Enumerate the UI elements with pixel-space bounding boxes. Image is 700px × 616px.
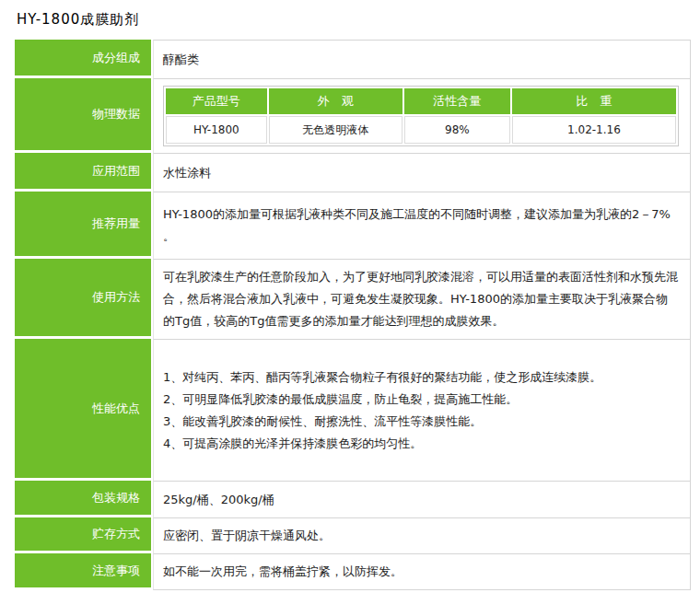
row-value-notes: 如不能一次用完，需将桶盖拧紧，以防挥发。 bbox=[153, 553, 691, 590]
row-value-usage: 可在乳胶漆生产的任意阶段加入，为了更好地同乳胶漆混溶，可以用适量的表面活性剂和水… bbox=[153, 259, 691, 339]
cell-product-model: HY-1800 bbox=[166, 116, 267, 144]
product-spec-page: HY-1800成膜助剂 成分组成 醇酯类 物理数据 产品型号 外 观 活性含量 … bbox=[0, 0, 700, 616]
row-notes: 注意事项 如不能一次用完，需将桶盖拧紧，以防挥发。 bbox=[15, 553, 691, 590]
physical-data-header-row: 产品型号 外 观 活性含量 比 重 bbox=[166, 88, 676, 114]
column-header-specific-gravity: 比 重 bbox=[512, 88, 676, 114]
advantage-item-2: 2、可明显降低乳胶漆的最低成膜温度，防止龟裂，提高施工性能。 bbox=[163, 389, 679, 411]
advantage-item-4: 4、可提高涂膜的光泽并保持漆膜色彩的均匀性。 bbox=[163, 433, 679, 455]
row-value-advantages: 1、对纯丙、苯丙、醋丙等乳液聚合物粒子有很好的聚结功能，使之形成连续漆膜。 2、… bbox=[153, 339, 691, 481]
cell-appearance: 无色透明液体 bbox=[269, 116, 402, 144]
row-label-storage: 贮存方式 bbox=[15, 517, 153, 553]
row-value-physical-data: 产品型号 外 观 活性含量 比 重 HY-1800 无色透明液体 98% 1.0… bbox=[153, 78, 691, 153]
usage-text: 可在乳胶漆生产的任意阶段加入，为了更好地同乳胶漆混溶，可以用适量的表面活性剂和水… bbox=[163, 266, 679, 332]
row-label-composition: 成分组成 bbox=[15, 40, 153, 78]
row-label-notes: 注意事项 bbox=[15, 553, 153, 590]
row-label-packaging: 包装规格 bbox=[15, 481, 153, 517]
row-dosage: 推荐用量 HY-1800的添加量可根据乳液种类不同及施工温度的不同随时调整，建议… bbox=[15, 192, 691, 259]
advantage-item-3: 3、能改善乳胶漆的耐候性、耐擦洗性、流平性等漆膜性能。 bbox=[163, 411, 679, 433]
row-storage: 贮存方式 应密闭、置于阴凉干燥通风处。 bbox=[15, 517, 691, 553]
row-value-packaging: 25kg/桶、200kg/桶 bbox=[153, 481, 691, 517]
cell-active-content: 98% bbox=[404, 116, 510, 144]
row-application: 应用范围 水性涂料 bbox=[15, 153, 691, 192]
row-value-dosage: HY-1800的添加量可根据乳液种类不同及施工温度的不同随时调整，建议添加量为乳… bbox=[153, 192, 691, 259]
row-composition: 成分组成 醇酯类 bbox=[15, 40, 691, 78]
row-packaging: 包装规格 25kg/桶、200kg/桶 bbox=[15, 481, 691, 517]
cell-specific-gravity: 1.02-1.16 bbox=[512, 116, 676, 144]
physical-data-value-row: HY-1800 无色透明液体 98% 1.02-1.16 bbox=[166, 116, 676, 144]
row-label-physical-data: 物理数据 bbox=[15, 78, 153, 153]
column-header-product-model: 产品型号 bbox=[166, 88, 267, 114]
advantage-item-1: 1、对纯丙、苯丙、醋丙等乳液聚合物粒子有很好的聚结功能，使之形成连续漆膜。 bbox=[163, 366, 679, 389]
column-header-appearance: 外 观 bbox=[269, 88, 402, 114]
physical-data-table: 产品型号 外 观 活性含量 比 重 HY-1800 无色透明液体 98% 1.0… bbox=[163, 86, 679, 146]
row-physical-data: 物理数据 产品型号 外 观 活性含量 比 重 HY-1800 无色透明液体 98… bbox=[15, 78, 691, 153]
row-value-storage: 应密闭、置于阴凉干燥通风处。 bbox=[153, 517, 691, 553]
row-value-application: 水性涂料 bbox=[153, 153, 691, 192]
row-label-advantages: 性能优点 bbox=[15, 339, 153, 481]
page-title: HY-1800成膜助剂 bbox=[17, 11, 693, 29]
row-value-composition: 醇酯类 bbox=[153, 40, 691, 78]
row-usage: 使用方法 可在乳胶漆生产的任意阶段加入，为了更好地同乳胶漆混溶，可以用适量的表面… bbox=[15, 259, 691, 339]
row-advantages: 性能优点 1、对纯丙、苯丙、醋丙等乳液聚合物粒子有很好的聚结功能，使之形成连续漆… bbox=[15, 339, 691, 481]
column-header-active-content: 活性含量 bbox=[404, 88, 510, 114]
row-label-application: 应用范围 bbox=[15, 153, 153, 192]
row-label-usage: 使用方法 bbox=[15, 259, 153, 339]
spec-table: 成分组成 醇酯类 物理数据 产品型号 外 观 活性含量 比 重 HY-1800 … bbox=[15, 40, 691, 590]
dosage-text: HY-1800的添加量可根据乳液种类不同及施工温度的不同随时调整，建议添加量为乳… bbox=[163, 203, 679, 248]
row-label-dosage: 推荐用量 bbox=[15, 192, 153, 259]
